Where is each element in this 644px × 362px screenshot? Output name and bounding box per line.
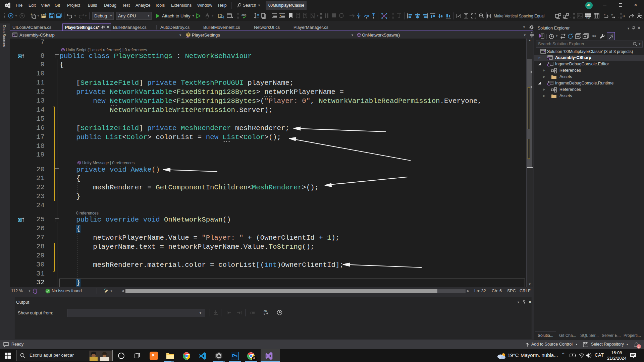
svg-text:»: » xyxy=(611,13,613,17)
svg-text:»: » xyxy=(604,13,605,17)
svg-text:SQL: SQL xyxy=(586,17,591,19)
svg-text:››: ›› xyxy=(623,14,625,18)
